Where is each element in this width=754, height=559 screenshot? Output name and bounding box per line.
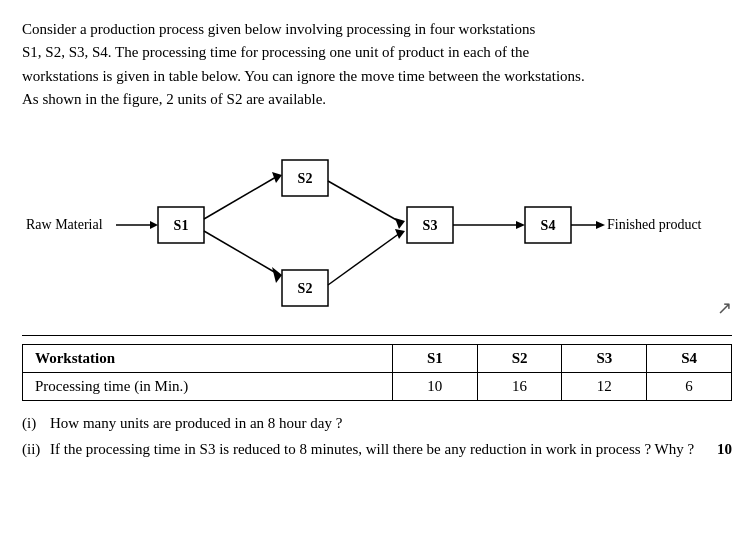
val-s3: 12 [562,373,647,401]
raw-material-label: Raw Material [26,217,103,232]
val-s4: 6 [647,373,732,401]
question-2-text: If the processing time in S3 is reduced … [50,437,717,461]
col-s4: S4 [647,345,732,373]
svg-marker-5 [272,172,282,183]
question-1-text: How many units are produced in an 8 hour… [50,411,732,435]
svg-marker-19 [516,221,525,229]
question-2-row: (ii) If the processing time in S3 is red… [22,437,732,461]
svg-marker-7 [272,267,282,283]
question-1: (i) How many units are produced in an 8 … [22,411,732,435]
marks-badge: 10 [717,437,732,461]
problem-line2: S1, S2, S3, S4. The processing time for … [22,44,529,60]
col-s3: S3 [562,345,647,373]
questions-section: (i) How many units are produced in an 8 … [22,411,732,461]
svg-line-14 [328,233,400,285]
val-s1: 10 [393,373,478,401]
problem-text: Consider a production process given belo… [22,18,732,111]
question-1-num: (i) [22,411,50,435]
svg-line-12 [328,181,400,222]
svg-line-4 [204,177,276,219]
expand-icon[interactable]: ↗ [717,297,732,319]
svg-text:S1: S1 [174,218,189,233]
problem-line3: workstations is given in table below. Yo… [22,68,585,84]
svg-text:S2: S2 [298,281,313,296]
diagram-container: Raw Material S1 S2 S2 S3 S4 [22,125,732,325]
svg-marker-1 [150,221,158,229]
svg-marker-15 [395,229,405,239]
divider [22,335,732,336]
col-s2: S2 [477,345,562,373]
col-s1: S1 [393,345,478,373]
question-2-num: (ii) [22,437,50,461]
svg-line-6 [204,231,276,273]
table-header-row: Workstation S1 S2 S3 S4 [23,345,732,373]
problem-line1: Consider a production process given belo… [22,21,535,37]
finished-product-label: Finished product [607,217,702,232]
svg-text:S3: S3 [423,218,438,233]
svg-marker-13 [395,218,405,229]
svg-marker-23 [596,221,605,229]
row-label: Processing time (in Min.) [23,373,393,401]
svg-text:S4: S4 [541,218,556,233]
table-data-row: Processing time (in Min.) 10 16 12 6 [23,373,732,401]
process-diagram: Raw Material S1 S2 S2 S3 S4 [22,125,732,325]
svg-text:S2: S2 [298,171,313,186]
processing-table: Workstation S1 S2 S3 S4 Processing time … [22,344,732,401]
val-s2: 16 [477,373,562,401]
col-workstation: Workstation [23,345,393,373]
problem-line4: As shown in the figure, 2 units of S2 ar… [22,91,326,107]
